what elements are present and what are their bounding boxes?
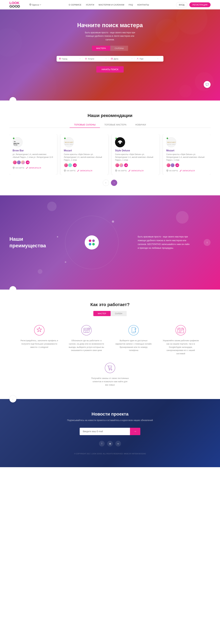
svg-text:HOTEL GROUP: HOTEL GROUP [167, 144, 176, 145]
master-avatar-1 [13, 160, 17, 164]
online-indicator [167, 138, 168, 139]
facebook-icon: f [102, 442, 102, 445]
chevron-count-icon [157, 58, 158, 59]
chat-button[interactable] [204, 81, 210, 88]
register-button[interactable]: РЕГИСТРАЦИЯ [189, 2, 210, 7]
city-input[interactable] [62, 58, 79, 60]
logo-dots [89, 240, 95, 246]
map-action[interactable]: НА КАРТЕ [166, 170, 178, 172]
svg-text:MOZART: MOZART [65, 141, 73, 143]
salon-actions: НА КАРТЕ ЗАПИСАТЬСЯ [166, 170, 207, 172]
master-avatar-2 [170, 163, 175, 168]
cart-icon [105, 362, 115, 374]
deco-circle-1 [176, 10, 207, 34]
how-steps-list: Регистрируйтесь, заполните профиль и пол… [10, 324, 210, 386]
master-avatar-2 [68, 163, 72, 168]
svg-point-16 [34, 325, 44, 335]
next-btn[interactable]: → [111, 180, 117, 186]
email-input[interactable] [80, 428, 130, 435]
map-action[interactable]: НА КАРТЕ [64, 170, 76, 172]
how-step-3: Выберите один из доступных вариантов зап… [115, 324, 152, 355]
svg-point-30 [182, 330, 182, 331]
salon-masters-row: +8 [13, 160, 54, 164]
how-step-1: Регистрируйтесь, заполните профиль и пол… [21, 324, 58, 355]
hero-tab-salons[interactable]: САЛОНЫ [110, 46, 128, 51]
prev-btn[interactable]: ← [103, 180, 109, 186]
rec-tab-salons[interactable]: ТОПОВЫЕ САЛОНЫ [70, 122, 100, 128]
nav-contacts[interactable]: КОНТАКТЫ [137, 4, 149, 6]
vk-link[interactable]: вк [115, 441, 121, 446]
svg-rect-19 [84, 329, 86, 330]
booking-action[interactable]: ЗАПИСАТЬСЯ [180, 170, 195, 172]
booking-action[interactable]: ЗАПИСАТЬСЯ [128, 170, 143, 172]
salon-card: MOZART HOTEL GROUP Mozart Салон красоты … [61, 134, 108, 175]
master-avatar-3 [21, 160, 25, 164]
step5-desc: Получайте заказы от своих постоянных кли… [91, 377, 129, 386]
how-tab-master[interactable]: МАСТЕР [93, 311, 110, 316]
how-section: Как это работает? МАСТЕР САЛОН Регистрир… [0, 290, 220, 399]
hero-tab-masters[interactable]: МАСТЕРА [92, 46, 110, 51]
nav-faq[interactable]: FAQ [129, 4, 133, 6]
nav-about[interactable]: О СЕРВИСЕ [69, 4, 81, 6]
svg-point-22 [89, 328, 90, 329]
svg-point-33 [105, 363, 115, 373]
svg-point-31 [179, 332, 180, 332]
subscribe-button[interactable]: → [130, 428, 140, 435]
rec-tab-new[interactable]: НОВИЧКИ [131, 122, 150, 128]
count-input[interactable] [140, 58, 156, 60]
instagram-link[interactable]: ▣ [107, 441, 113, 446]
nav-services[interactable]: УСЛУГИ [86, 4, 94, 6]
svg-point-10 [65, 170, 65, 171]
master-avatar-2 [119, 163, 123, 168]
login-button[interactable]: ВХОД [176, 2, 187, 8]
booking-action[interactable]: ЗАПИСАТЬСЯ [77, 170, 92, 172]
salon-name: Style Deluxe [115, 149, 156, 152]
adv-deco-2 [38, 269, 43, 274]
date-input[interactable] [114, 58, 130, 60]
svg-text:HOTEL GROUP: HOTEL GROUP [65, 144, 73, 145]
svg-point-0 [30, 4, 31, 5]
map-pin-icon [115, 170, 117, 172]
rec-tab-masters[interactable]: ТОПОВЫЕ МАСТЕРА [100, 122, 131, 128]
svg-point-15 [167, 170, 168, 171]
nav-masters[interactable]: МАСТЕРАМ И САЛОНАМ [99, 4, 124, 6]
arrow-down-icon: ↓ [12, 99, 14, 101]
svg-point-7 [13, 167, 14, 168]
advantages-description: Быть красивым просто - ищи своего мастер… [138, 235, 191, 250]
how-tab-salon[interactable]: САЛОН [111, 311, 127, 316]
style-deluxe-logo [116, 139, 124, 146]
map-pin-icon [13, 167, 15, 169]
salon-name: Mozart [64, 149, 105, 152]
adv-scroll-left-button[interactable]: ↓ [10, 286, 16, 290]
service-input[interactable] [88, 58, 105, 60]
advantages-right: Быть красивым просто - ищи своего мастер… [138, 235, 210, 250]
booking-action[interactable]: ЗАПИСАТЬСЯ [26, 167, 41, 169]
hero-section: Начните поиск мастера Быть красивым прос… [0, 10, 220, 100]
adv-scroll-button[interactable]: ↑ [204, 239, 210, 246]
calendar-manage-icon [175, 325, 186, 336]
map-label: НА КАРТЕ [169, 170, 178, 172]
social-links: f ▣ вк [10, 441, 210, 446]
chevron-date-icon [131, 58, 133, 59]
svg-point-3 [137, 58, 138, 59]
scroll-down-button[interactable]: ↓ [10, 97, 16, 100]
facebook-link[interactable]: f [99, 441, 105, 446]
advantages-center [55, 216, 128, 269]
step4-icon [174, 324, 187, 336]
map-action[interactable]: НА КАРТЕ [13, 167, 24, 169]
logo[interactable]: LOOK GOOD [10, 1, 20, 8]
masters-count: +4 [175, 163, 179, 167]
news-section: ↓ Новости проекта Подписывайтесь на ново… [0, 399, 220, 467]
city-selector[interactable]: Одесса [29, 4, 42, 6]
adv-deco-3 [176, 211, 188, 224]
map-action[interactable]: НА КАРТЕ [115, 170, 127, 172]
phone-booking-icon [128, 325, 139, 336]
search-button[interactable]: НАЧАТЬ ПОИСК [96, 66, 124, 72]
svg-point-26 [176, 325, 186, 335]
brow-bar-logo: the BROW BAR [13, 139, 22, 146]
news-scroll-button[interactable]: ↓ [10, 396, 16, 402]
svg-point-35 [111, 370, 112, 370]
mozart-logo: MOZART HOTEL GROUP [64, 139, 73, 146]
dot-green [92, 243, 95, 246]
master-avatar-1 [64, 163, 68, 168]
